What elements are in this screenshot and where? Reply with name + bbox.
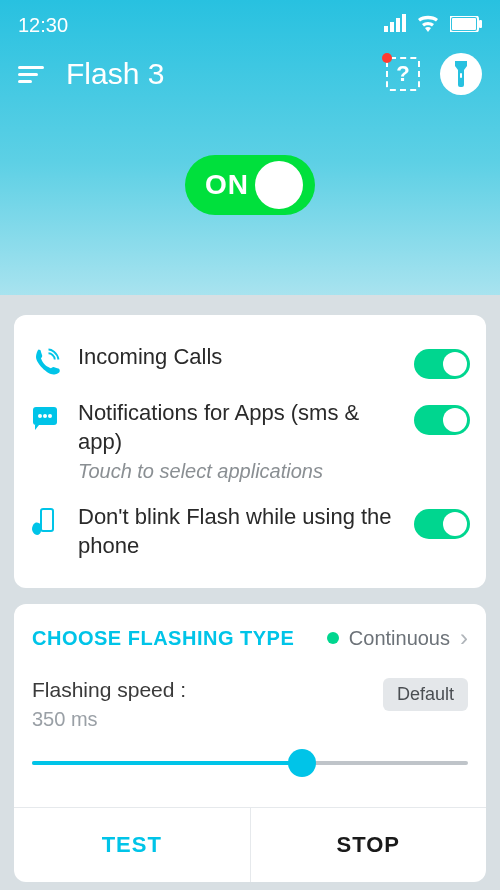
svg-rect-6: [479, 20, 482, 28]
svg-rect-3: [402, 14, 406, 32]
toggle-incoming-calls[interactable]: [414, 349, 470, 379]
slider-thumb-icon: [288, 749, 316, 777]
svg-point-11: [48, 414, 52, 418]
battery-icon: [450, 14, 482, 37]
setting-title: Notifications for Apps (sms & app): [78, 399, 398, 456]
setting-row-dont-blink[interactable]: Don't blink Flash while using the phone: [30, 493, 470, 570]
action-row: TEST STOP: [14, 807, 486, 882]
content-area: Incoming Calls Notifications for Apps (s…: [0, 295, 500, 882]
svg-rect-12: [41, 509, 53, 531]
status-dot-icon: [327, 632, 339, 644]
help-button[interactable]: ?: [386, 57, 420, 91]
setting-title: Don't blink Flash while using the phone: [78, 503, 398, 560]
svg-point-10: [43, 414, 47, 418]
setting-row-notifications[interactable]: Notifications for Apps (sms & app) Touch…: [30, 389, 470, 493]
flashing-type-card: CHOOSE FLASHING TYPE Continuous › Flashi…: [14, 604, 486, 882]
hand-phone-icon: [30, 507, 62, 537]
svg-rect-5: [452, 18, 476, 30]
flashlight-button[interactable]: [440, 53, 482, 95]
app-title: Flash 3: [66, 57, 386, 91]
toggle-dont-blink[interactable]: [414, 509, 470, 539]
chat-icon: [30, 403, 62, 431]
wifi-icon: [416, 14, 440, 37]
phone-icon: [30, 347, 62, 377]
svg-rect-1: [390, 22, 394, 32]
speed-row: Flashing speed : 350 ms Default: [32, 678, 468, 731]
status-bar: 12:30: [0, 10, 500, 41]
status-icons: [384, 14, 482, 37]
toggle-knob-icon: [255, 161, 303, 209]
stop-button[interactable]: STOP: [251, 808, 487, 882]
toggle-notifications[interactable]: [414, 405, 470, 435]
flashing-type-selector[interactable]: CHOOSE FLASHING TYPE Continuous ›: [32, 624, 468, 652]
help-icon: ?: [386, 57, 420, 91]
flashlight-icon: [451, 61, 471, 87]
master-toggle-label: ON: [205, 169, 249, 201]
status-time: 12:30: [18, 14, 68, 37]
notification-dot-icon: [382, 53, 392, 63]
flashing-type-header: CHOOSE FLASHING TYPE: [32, 627, 294, 650]
slider-fill: [32, 761, 302, 765]
default-button[interactable]: Default: [383, 678, 468, 711]
app-header: 12:30 Flash 3 ? ON: [0, 0, 500, 295]
speed-slider[interactable]: [32, 743, 468, 783]
svg-rect-7: [460, 73, 462, 78]
test-button[interactable]: TEST: [14, 808, 251, 882]
setting-subtitle: Touch to select applications: [78, 460, 398, 483]
settings-card: Incoming Calls Notifications for Apps (s…: [14, 315, 486, 588]
setting-title: Incoming Calls: [78, 343, 398, 372]
master-toggle[interactable]: ON: [185, 155, 315, 215]
speed-value: 350 ms: [32, 708, 186, 731]
chevron-right-icon: ›: [460, 624, 468, 652]
flashing-type-value: Continuous: [349, 627, 450, 650]
setting-row-incoming-calls[interactable]: Incoming Calls: [30, 333, 470, 389]
svg-rect-0: [384, 26, 388, 32]
svg-point-9: [38, 414, 42, 418]
speed-label: Flashing speed :: [32, 678, 186, 702]
app-toolbar: Flash 3 ?: [0, 41, 500, 95]
svg-rect-2: [396, 18, 400, 32]
menu-icon[interactable]: [18, 66, 44, 83]
signal-icon: [384, 14, 406, 37]
